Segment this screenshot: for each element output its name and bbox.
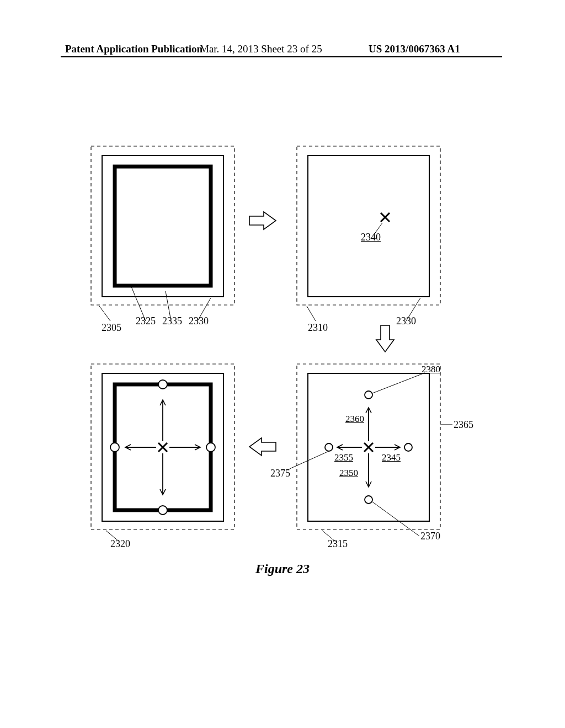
svg-line-12	[307, 306, 316, 321]
label-2375: 2375	[270, 468, 290, 479]
svg-point-40	[110, 443, 119, 452]
flow-arrow-right	[249, 212, 276, 229]
label-2380: 2380	[422, 364, 440, 375]
label-2355: 2355	[334, 452, 353, 463]
svg-line-3	[99, 306, 110, 321]
label-2320: 2320	[110, 538, 130, 550]
panel-2310	[297, 146, 440, 305]
svg-rect-7	[297, 146, 440, 305]
x-mark-2340	[381, 213, 390, 222]
circle-bottom-2370	[365, 496, 372, 504]
label-2370: 2370	[420, 531, 440, 542]
panel-2315	[297, 364, 440, 529]
label-2360: 2360	[345, 414, 364, 425]
svg-rect-2	[115, 167, 211, 286]
label-2325: 2325	[136, 315, 156, 327]
svg-rect-8	[308, 156, 429, 297]
figure-23: 2305 2325 2335 2330 2310 2330 2340 2320 …	[0, 0, 565, 728]
label-2350: 2350	[339, 468, 358, 479]
circle-top-2380	[365, 391, 372, 399]
svg-line-24	[372, 373, 425, 393]
figure-svg	[0, 0, 565, 728]
svg-line-27	[290, 451, 329, 469]
label-2305: 2305	[102, 322, 121, 334]
label-2335: 2335	[162, 315, 182, 327]
flow-arrow-left	[249, 438, 276, 456]
svg-point-41	[206, 443, 215, 452]
panel-2320	[91, 364, 234, 529]
label-2340: 2340	[361, 232, 381, 243]
label-2345: 2345	[382, 452, 401, 463]
label-2310: 2310	[308, 322, 328, 334]
label-2330: 2330	[189, 315, 209, 327]
svg-rect-0	[91, 146, 234, 305]
svg-line-26	[372, 502, 419, 536]
label-2315: 2315	[328, 538, 348, 550]
figure-caption: Figure 23	[0, 561, 565, 576]
label-2330-r: 2330	[396, 315, 416, 327]
svg-point-22	[325, 443, 333, 451]
label-2365: 2365	[454, 419, 473, 431]
svg-point-38	[158, 380, 167, 389]
svg-point-23	[404, 443, 412, 451]
flow-arrow-down	[376, 325, 394, 352]
x-center-br	[364, 443, 373, 452]
svg-point-39	[158, 506, 167, 515]
svg-rect-1	[102, 156, 223, 297]
panel-2305	[91, 146, 234, 305]
